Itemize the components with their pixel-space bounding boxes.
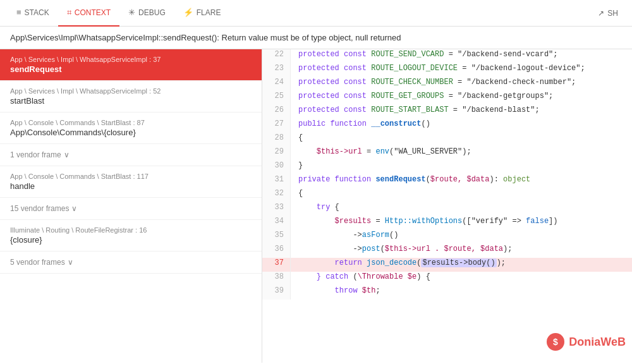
line-number-24: 24 (262, 77, 291, 91)
line-number-37: 37 (262, 258, 291, 272)
vendor-frames-1-label: 1 vendor frame (10, 150, 61, 159)
code-line-32: 32{ (262, 188, 632, 202)
line-number-28: 28 (262, 133, 291, 147)
line-content-34: $results = Http::withOptions(["verify" =… (291, 216, 566, 230)
line-content-26: protected const ROUTE_START_BLAST = "/ba… (291, 105, 547, 119)
code-line-23: 23protected const ROUTE_LOGOUT_DEVICE = … (262, 63, 632, 77)
frame-5-method: {closure} (10, 235, 252, 245)
svg-text:$: $ (553, 337, 558, 347)
watermark-text: DoniaWeB (569, 336, 626, 349)
line-content-31: private function sendRequest($route, $da… (291, 174, 538, 188)
nav-flare[interactable]: ⚡ FLARE (174, 0, 230, 27)
frame-1-method: sendRequest (10, 64, 252, 74)
watermark-icon: $ (546, 332, 565, 351)
share-label: SH (607, 9, 618, 18)
line-number-30: 30 (262, 161, 291, 174)
line-content-37: return json_decode($results->body()); (291, 258, 513, 272)
line-content-35: ->asForm() (291, 230, 406, 244)
line-number-23: 23 (262, 63, 291, 77)
code-line-27: 27public function __construct() (262, 119, 632, 133)
code-line-24: 24protected const ROUTE_CHECK_NUMBER = "… (262, 77, 632, 91)
nav-stack-label: STACK (25, 8, 49, 17)
line-content-28: { (291, 133, 310, 147)
line-number-31: 31 (262, 174, 291, 188)
nav-debug[interactable]: ✳ DEBUG (119, 0, 174, 27)
stack-frame-3[interactable]: App \ Console \ Commands \ StartBlast : … (0, 112, 262, 144)
line-number-34: 34 (262, 216, 291, 230)
vendor-frames-2-chevron: ∨ (71, 204, 77, 213)
code-line-30: 30} (262, 161, 632, 174)
code-line-34: 34 $results = Http::withOptions(["verify… (262, 216, 632, 230)
code-line-22: 22protected const ROUTE_SEND_VCARD = "/b… (262, 49, 632, 63)
line-number-32: 32 (262, 188, 291, 202)
nav-stack[interactable]: ≡ STACK (8, 0, 58, 27)
frame-4-method: handle (10, 181, 252, 191)
line-number-26: 26 (262, 105, 291, 119)
line-number-35: 35 (262, 230, 291, 244)
code-container: 22protected const ROUTE_SEND_VCARD = "/b… (262, 49, 632, 300)
frame-5-path: Illuminate \ Routing \ RouteFileRegistra… (10, 226, 252, 234)
line-content-33: try { (291, 202, 347, 216)
stack-frame-1[interactable]: App \ Services \ Impl \ WhatsappServiceI… (0, 49, 262, 81)
code-line-25: 25protected const ROUTE_GET_GROUPS = "/b… (262, 91, 632, 105)
vendor-frames-1-chevron: ∨ (64, 150, 70, 159)
vendor-frames-3[interactable]: 5 vendor frames ∨ (0, 252, 262, 274)
stack-frame-2[interactable]: App \ Services \ Impl \ WhatsappServiceI… (0, 81, 262, 112)
code-line-36: 36 ->post($this->url . $route, $data); (262, 244, 632, 258)
flare-icon: ⚡ (183, 8, 193, 17)
line-content-39: throw $th; (291, 286, 388, 300)
nav-context[interactable]: ⌗ CONTEXT (58, 0, 119, 27)
top-nav: ≡ STACK ⌗ CONTEXT ✳ DEBUG ⚡ FLARE ↗ SH (0, 0, 632, 27)
stack-frame-4[interactable]: App \ Console \ Commands \ StartBlast : … (0, 166, 262, 198)
nav-debug-label: DEBUG (138, 8, 166, 17)
code-line-31: 31private function sendRequest($route, $… (262, 174, 632, 188)
line-number-36: 36 (262, 244, 291, 258)
stack-icon: ≡ (16, 8, 21, 17)
line-number-27: 27 (262, 119, 291, 133)
line-content-30: } (291, 161, 310, 174)
frame-4-path: App \ Console \ Commands \ StartBlast : … (10, 173, 252, 180)
frame-3-method: App\Console\Commands\{closure} (10, 128, 252, 137)
line-number-38: 38 (262, 272, 291, 286)
nav-flare-label: FLARE (197, 8, 221, 17)
line-content-32: { (291, 188, 310, 202)
frame-1-path: App \ Services \ Impl \ WhatsappServiceI… (10, 56, 252, 63)
line-number-25: 25 (262, 91, 291, 105)
vendor-frames-2-label: 15 vendor frames (10, 204, 69, 213)
vendor-frames-2[interactable]: 15 vendor frames ∨ (0, 198, 262, 220)
frame-3-path: App \ Console \ Commands \ StartBlast : … (10, 119, 252, 126)
nav-context-label: CONTEXT (75, 8, 111, 17)
share-icon: ↗ (598, 9, 604, 18)
frame-2-method: startBlast (10, 96, 252, 106)
line-content-23: protected const ROUTE_LOGOUT_DEVICE = "/… (291, 63, 593, 77)
line-content-29: $this->url = env("WA_URL_SERVER"); (291, 147, 479, 161)
error-header: App\Services\Impl\WhatsappServiceImpl::s… (0, 27, 632, 49)
code-line-29: 29 $this->url = env("WA_URL_SERVER"); (262, 147, 632, 161)
code-panel: 22protected const ROUTE_SEND_VCARD = "/b… (262, 49, 632, 363)
line-content-36: ->post($this->url . $route, $data); (291, 244, 520, 258)
code-line-33: 33 try { (262, 202, 632, 216)
line-number-22: 22 (262, 49, 291, 63)
debug-icon: ✳ (128, 8, 135, 17)
code-line-28: 28{ (262, 133, 632, 147)
vendor-frames-1[interactable]: 1 vendor frame ∨ (0, 144, 262, 166)
line-number-33: 33 (262, 202, 291, 216)
stack-frame-5[interactable]: Illuminate \ Routing \ RouteFileRegistra… (0, 220, 262, 252)
frame-2-path: App \ Services \ Impl \ WhatsappServiceI… (10, 87, 252, 95)
line-content-38: } catch (\Throwable $e) { (291, 272, 438, 286)
line-content-24: protected const ROUTE_CHECK_NUMBER = "/b… (291, 77, 583, 91)
line-number-39: 39 (262, 286, 291, 300)
line-content-27: public function __construct() (291, 119, 438, 133)
share-button[interactable]: ↗ SH (592, 6, 624, 21)
error-message: App\Services\Impl\WhatsappServiceImpl::s… (10, 33, 401, 42)
vendor-frames-3-label: 5 vendor frames (10, 258, 65, 267)
code-line-26: 26protected const ROUTE_START_BLAST = "/… (262, 105, 632, 119)
line-content-25: protected const ROUTE_GET_GROUPS = "/bac… (291, 91, 561, 105)
line-content-22: protected const ROUTE_SEND_VCARD = "/bac… (291, 49, 565, 63)
stack-panel: App \ Services \ Impl \ WhatsappServiceI… (0, 49, 262, 363)
context-icon: ⌗ (67, 8, 71, 18)
line-number-29: 29 (262, 147, 291, 161)
code-line-37: 37 return json_decode($results->body()); (262, 258, 632, 272)
watermark: $ DoniaWeB (546, 332, 626, 351)
main-content: App \ Services \ Impl \ WhatsappServiceI… (0, 49, 632, 363)
